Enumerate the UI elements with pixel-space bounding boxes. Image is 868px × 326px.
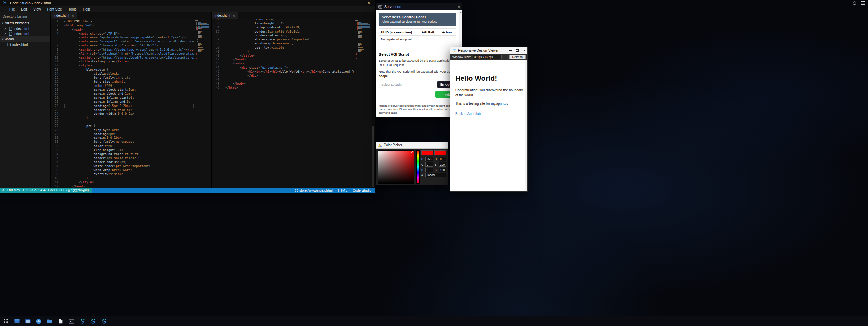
code-line[interactable]: border-radius:2px; [225, 34, 354, 38]
code-line[interactable]: word-wrap:break-word; [64, 168, 194, 172]
code-line[interactable]: background-color:#f9f9f9; [225, 26, 354, 30]
code-line[interactable]: margin-inline-end:0; [64, 100, 194, 104]
close-button[interactable]: × [523, 49, 525, 52]
menu-view[interactable]: View [30, 7, 44, 11]
hue-slider[interactable] [416, 150, 420, 184]
files-icon[interactable] [46, 317, 54, 325]
code-line[interactable]: <style> [64, 64, 194, 68]
code-line[interactable]: border-radius:2px; [64, 160, 194, 165]
menu-file[interactable]: File [6, 7, 18, 11]
code-line[interactable]: overflow:visible [64, 172, 194, 176]
blue-input[interactable] [425, 168, 433, 172]
refresh-icon[interactable] [852, 1, 857, 5]
code-line[interactable]: <!DOCTYPE html> [64, 20, 194, 24]
code-line[interactable]: margin-inline-start:0; [64, 96, 194, 100]
code-line[interactable]: } [225, 50, 354, 54]
open-editor-item-1[interactable]: × index.html [0, 26, 50, 31]
code-studio-icon-3[interactable] [100, 317, 108, 325]
minimize-button[interactable] [442, 7, 445, 7]
maximize-button[interactable] [357, 2, 359, 4]
code-line[interactable]: border:solid #b1b1b1; [64, 108, 194, 112]
code-line[interactable]: </body> [225, 82, 354, 86]
title-bar[interactable]: Code Studio - index.html × [0, 0, 375, 6]
minimize-button[interactable] [346, 3, 349, 3]
code-line[interactable]: <link rel="stylesheet" href="https://cdn… [64, 52, 194, 56]
hue-input[interactable] [439, 157, 446, 161]
code-line[interactable]: </style> [225, 54, 354, 58]
code-line[interactable]: margin:0 0 10px; [64, 136, 194, 140]
code-line[interactable]: line-height:1.45; [64, 148, 194, 152]
code-line[interactable]: <html lang="en"> [64, 24, 194, 28]
hex-input[interactable] [425, 173, 446, 177]
saturation-input[interactable] [439, 162, 446, 167]
code-line[interactable]: color:#666; [64, 144, 194, 148]
close-icon[interactable]: × [4, 32, 7, 36]
code-line[interactable]: word-wrap:break-word; [225, 42, 354, 46]
open-editor-item-2[interactable]: × index.html [0, 31, 50, 36]
red-input[interactable] [425, 157, 433, 161]
code-line[interactable]: </head> [225, 58, 354, 62]
tab-close-icon[interactable]: × [72, 14, 74, 18]
code-line[interactable]: border:1px solid #e1e1e1; [64, 156, 194, 160]
menu-icon[interactable] [861, 1, 865, 5]
code-line[interactable]: margin-block-start:1em; [64, 88, 194, 92]
code-line[interactable]: overflow:visible [225, 46, 354, 50]
code-line[interactable]: background-color:#f9f9f9; [64, 152, 194, 156]
scrollbar-thumb[interactable] [372, 126, 374, 187]
status-language[interactable]: HTML [338, 189, 347, 192]
close-button[interactable]: × [368, 1, 370, 5]
section-open-editors[interactable]: ▾ OPEN EDITORS [0, 20, 50, 26]
browser-icon[interactable] [35, 317, 43, 325]
menu-help[interactable]: Help [79, 7, 93, 11]
code-line[interactable]: color:#999; [64, 84, 194, 88]
file-item-index-html[interactable]: index.html [0, 42, 50, 47]
window-app-icon-2[interactable] [24, 317, 32, 325]
minimap[interactable] [354, 19, 372, 188]
back-to-aprintlab-link[interactable]: Back to Aprintlab [455, 112, 481, 116]
code-line[interactable]: <meta name="theme-color" content="#ff922… [64, 44, 194, 48]
title-bar[interactable]: Color Picker – [376, 142, 448, 149]
maximize-button[interactable] [450, 6, 453, 8]
code-line[interactable]: display:block; [64, 72, 194, 76]
minimize-button[interactable]: – [439, 143, 446, 147]
code-line[interactable]: } [64, 176, 194, 180]
code-line[interactable]: </html> [225, 86, 354, 90]
code-line[interactable]: white-space:pre-wrap!important; [64, 164, 194, 168]
saturation-brightness-picker[interactable] [378, 150, 414, 184]
code-studio-icon-2[interactable] [89, 317, 97, 325]
status-file-path[interactable]: store:/www/index.html [295, 189, 333, 192]
code-area[interactable]: <!DOCTYPE html><html lang="en"> <head> <… [61, 20, 194, 188]
menu-tools[interactable]: Tools [65, 7, 80, 11]
code-line[interactable]: padding:8px; [64, 132, 194, 136]
minimize-button[interactable] [509, 50, 512, 51]
document-icon[interactable] [56, 317, 65, 325]
window-app-icon[interactable] [13, 317, 21, 325]
code-line[interactable]: padding:0 5px 0 20px; [64, 104, 194, 108]
code-line[interactable]: font-size:inherit; [64, 80, 194, 84]
code-line[interactable]: font-family:inherit; [64, 76, 194, 80]
tab-close-icon[interactable]: × [233, 14, 235, 18]
code-line[interactable]: </head> [64, 185, 194, 188]
section-www[interactable]: ▾ WWW [0, 36, 50, 42]
code-line[interactable] [64, 120, 194, 124]
code-area[interactable]: color:#666; line-height:1.45; background… [222, 19, 354, 188]
page-scrollbar[interactable] [525, 60, 527, 191]
code-line[interactable] [225, 78, 354, 82]
status-datetime[interactable]: Thu May 11 2023 21:54:48 GMT+0800 (台北標準時… [0, 188, 92, 193]
window-size-input[interactable] [473, 55, 502, 59]
code-line[interactable]: font-family:monospace; [64, 140, 194, 144]
code-line[interactable]: <script src="https://cdnjs.cloudflare.co… [64, 56, 194, 60]
code-line[interactable]: line-height:1.45; [225, 22, 354, 26]
code-line[interactable]: <head> [64, 28, 194, 32]
code-line[interactable]: </style> [64, 180, 194, 185]
code-line[interactable]: <h1><br></h1><h1>Hello World!<br></h1><p… [225, 70, 354, 74]
code-editor[interactable]: 1234567891011121314151617181920212223242… [51, 19, 211, 188]
minimap[interactable] [194, 19, 211, 188]
green-input[interactable] [425, 162, 433, 167]
menu-edit[interactable]: Edit [18, 7, 30, 11]
code-line[interactable]: border:1px solid #e1e1e1; [225, 30, 354, 34]
status-app-name[interactable]: Code Studio [353, 189, 371, 192]
agi-location-input[interactable] [379, 81, 435, 88]
code-line[interactable]: <title>Testing Site</title> [64, 60, 194, 64]
app-grid-icon[interactable] [2, 317, 10, 325]
